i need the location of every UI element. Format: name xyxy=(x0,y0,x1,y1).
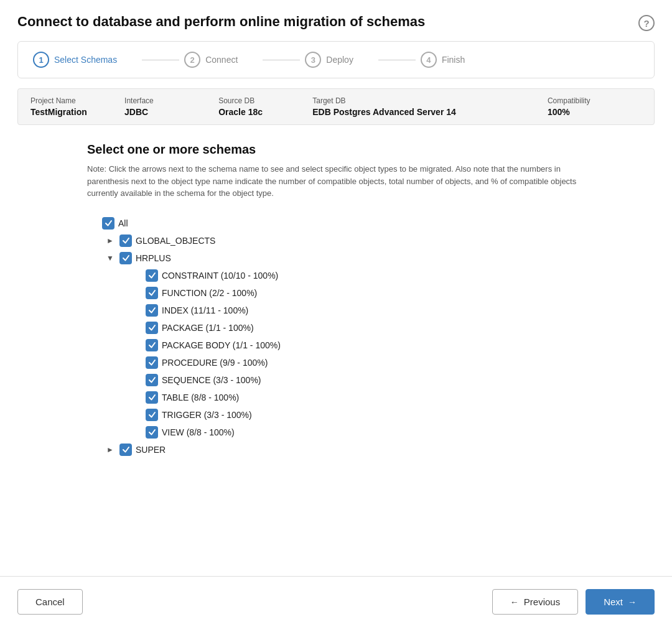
tree-item-hrplus: ▼ HRPLUS xyxy=(87,249,585,267)
footer: Cancel ← Previous Next → xyxy=(0,576,672,627)
step-separator-1 xyxy=(142,60,179,60)
checkbox-procedure[interactable] xyxy=(146,356,158,369)
checkbox-package-body[interactable] xyxy=(146,339,158,351)
checkbox-sequence[interactable] xyxy=(146,374,158,386)
source-db-value: Oracle 18c xyxy=(218,107,312,117)
prev-arrow-icon: ← xyxy=(510,597,519,607)
checkbox-package[interactable] xyxy=(146,322,158,334)
cancel-button[interactable]: Cancel xyxy=(17,589,83,615)
next-label: Next xyxy=(604,597,623,607)
tree-label-table: TABLE (8/8 - 100%) xyxy=(162,392,239,402)
help-icon[interactable]: ? xyxy=(638,15,655,31)
tree-item-procedure: PROCEDURE (9/9 - 100%) xyxy=(87,354,585,371)
tree-label-global-objects: GLOBAL_OBJECTS xyxy=(136,236,215,246)
info-interface: Interface JDBC xyxy=(124,96,218,117)
target-db-value: EDB Postgres Advanced Server 14 xyxy=(312,107,548,117)
expand-btn-global-objects[interactable]: ► xyxy=(105,235,116,246)
checkbox-super[interactable] xyxy=(119,444,132,456)
step-3: 3 Deploy xyxy=(305,52,353,68)
tree-item-package-body: PACKAGE BODY (1/1 - 100%) xyxy=(87,337,585,354)
step-circle-1: 1 xyxy=(33,52,49,68)
tree-item-trigger: TRIGGER (3/3 - 100%) xyxy=(87,406,585,424)
footer-right: ← Previous Next → xyxy=(492,589,655,615)
tree-label-package-body: PACKAGE BODY (1/1 - 100%) xyxy=(162,340,281,350)
checkbox-function[interactable] xyxy=(146,287,158,299)
section-note: Note: Click the arrows next to the schem… xyxy=(87,163,585,200)
tree-label-constraint: CONSTRAINT (10/10 - 100%) xyxy=(162,271,278,281)
tree-item-constraint: CONSTRAINT (10/10 - 100%) xyxy=(87,267,585,284)
checkbox-constraint[interactable] xyxy=(146,269,158,282)
main-content: Select one or more schemas Note: Click t… xyxy=(0,125,672,576)
info-target-db: Target DB EDB Postgres Advanced Server 1… xyxy=(312,96,548,117)
source-db-label: Source DB xyxy=(218,96,312,105)
step-1: 1 Select Schemas xyxy=(33,52,117,68)
target-db-label: Target DB xyxy=(312,96,548,105)
tree-item-function: FUNCTION (2/2 - 100%) xyxy=(87,284,585,302)
step-separator-2 xyxy=(263,60,300,60)
stepper-bar: 1 Select Schemas 2 Connect 3 Deploy 4 Fi… xyxy=(17,41,655,78)
info-project-name: Project Name TestMigration xyxy=(30,96,124,117)
section-title: Select one or more schemas xyxy=(87,142,585,157)
checkbox-all[interactable] xyxy=(102,217,114,230)
page-wrapper: Connect to database and perform online m… xyxy=(0,0,672,627)
checkbox-hrplus[interactable] xyxy=(119,252,132,264)
checkbox-view[interactable] xyxy=(146,426,158,439)
tree-item-global-objects: ► GLOBAL_OBJECTS xyxy=(87,232,585,249)
step-2: 2 Connect xyxy=(184,52,238,68)
compatibility-label: Compatibility xyxy=(548,96,642,105)
tree-item-super: ► SUPER xyxy=(87,441,585,458)
tree-label-function: FUNCTION (2/2 - 100%) xyxy=(162,288,257,298)
step-label-3: Deploy xyxy=(326,55,353,65)
next-arrow-icon: → xyxy=(628,597,637,607)
tree-label-package: PACKAGE (1/1 - 100%) xyxy=(162,323,254,333)
page-title: Connect to database and perform online m… xyxy=(17,14,425,30)
step-4: 4 Finish xyxy=(421,52,465,68)
info-source-db: Source DB Oracle 18c xyxy=(218,96,312,117)
step-label-1: Select Schemas xyxy=(54,55,117,65)
tree-item-table: TABLE (8/8 - 100%) xyxy=(87,389,585,406)
tree-label-view: VIEW (8/8 - 100%) xyxy=(162,427,235,437)
expand-btn-super[interactable]: ► xyxy=(105,444,116,455)
project-name-label: Project Name xyxy=(30,96,124,105)
schema-tree: All ► GLOBAL_OBJECTS ▼ HRPLUS xyxy=(87,215,585,458)
tree-label-sequence: SEQUENCE (3/3 - 100%) xyxy=(162,375,261,385)
compatibility-value: 100% xyxy=(548,107,642,117)
checkbox-trigger[interactable] xyxy=(146,409,158,421)
tree-label-index: INDEX (11/11 - 100%) xyxy=(162,305,248,315)
tree-item-package: PACKAGE (1/1 - 100%) xyxy=(87,319,585,337)
step-circle-4: 4 xyxy=(421,52,437,68)
step-circle-3: 3 xyxy=(305,52,321,68)
page-header: Connect to database and perform online m… xyxy=(0,0,672,41)
tree-label-hrplus: HRPLUS xyxy=(136,253,171,263)
interface-value: JDBC xyxy=(124,107,218,117)
tree-label-trigger: TRIGGER (3/3 - 100%) xyxy=(162,410,252,420)
expand-btn-hrplus[interactable]: ▼ xyxy=(105,253,116,264)
info-compatibility: Compatibility 100% xyxy=(548,96,642,117)
checkbox-table[interactable] xyxy=(146,391,158,404)
tree-label-procedure: PROCEDURE (9/9 - 100%) xyxy=(162,358,268,368)
step-circle-2: 2 xyxy=(184,52,200,68)
tree-label-super: SUPER xyxy=(136,445,166,455)
interface-label: Interface xyxy=(124,96,218,105)
step-separator-3 xyxy=(378,60,416,60)
previous-label: Previous xyxy=(524,597,560,607)
tree-item-sequence: SEQUENCE (3/3 - 100%) xyxy=(87,371,585,389)
project-name-value: TestMigration xyxy=(30,107,124,117)
step-label-4: Finish xyxy=(442,55,465,65)
tree-item-index: INDEX (11/11 - 100%) xyxy=(87,302,585,319)
info-bar: Project Name TestMigration Interface JDB… xyxy=(17,88,655,125)
checkbox-global-objects[interactable] xyxy=(119,235,132,247)
checkbox-index[interactable] xyxy=(146,304,158,317)
tree-label-all: All xyxy=(118,218,128,228)
step-label-2: Connect xyxy=(205,55,238,65)
previous-button[interactable]: ← Previous xyxy=(492,589,578,615)
next-button[interactable]: Next → xyxy=(586,589,655,615)
tree-item-view: VIEW (8/8 - 100%) xyxy=(87,424,585,441)
tree-item-all: All xyxy=(87,215,585,232)
